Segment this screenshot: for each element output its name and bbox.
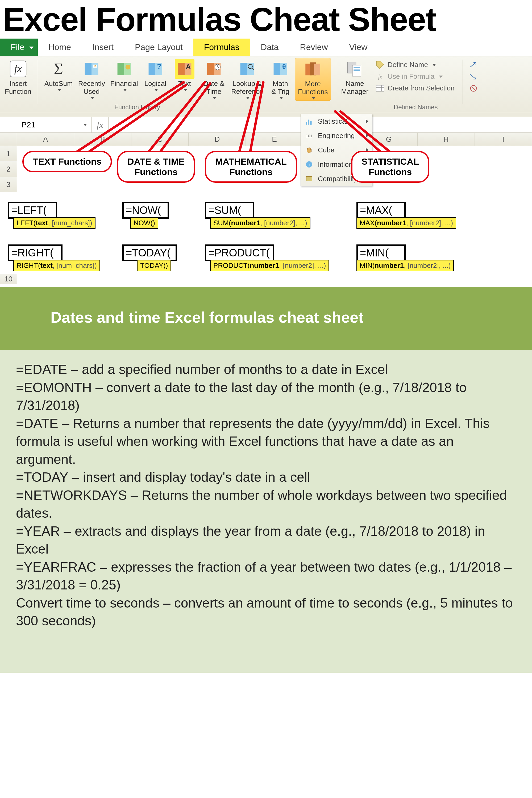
svg-text:θ: θ: [282, 63, 286, 70]
use-in-formula-label: Use in Formula: [387, 73, 434, 81]
formula-hint-product: PRODUCT(number1, [number2], ...): [210, 260, 329, 271]
tab-view[interactable]: View: [339, 39, 378, 56]
col-header[interactable]: H: [418, 133, 475, 146]
formula-desc: Convert time to seconds – converts an am…: [16, 594, 516, 630]
chart-icon: [305, 117, 314, 126]
col-header[interactable]: I: [475, 133, 532, 146]
recently-used-button[interactable]: Recently Used: [76, 58, 108, 99]
ribbon-tab-bar: File Home Insert Page Layout Formulas Da…: [0, 39, 532, 56]
chevron-down-icon: [123, 89, 127, 91]
formula-cell-max: =MAX(: [357, 202, 406, 218]
group-label-defined-names: Defined Names: [394, 103, 438, 111]
chevron-down-icon: [439, 76, 443, 78]
tab-insert[interactable]: Insert: [82, 39, 124, 56]
more-functions-label: More Functions: [298, 80, 328, 96]
svg-rect-19: [310, 121, 311, 125]
arrow-icon: [469, 60, 478, 70]
col-header[interactable]: A: [17, 133, 74, 146]
col-header[interactable]: D: [189, 133, 246, 146]
financial-button[interactable]: Financial: [108, 58, 141, 91]
fx-label[interactable]: fx: [92, 117, 109, 132]
tab-formulas[interactable]: Formulas: [193, 39, 250, 56]
remove-icon: [469, 83, 478, 93]
sigma-icon: Σ: [49, 59, 68, 79]
formula-cell-sum: =SUM(: [205, 202, 254, 218]
formula-hint-today: TODAY(): [137, 260, 171, 271]
date-time-label: Date & Time: [203, 80, 225, 96]
callout-mathematical-functions: MATHEMATICAL Functions: [205, 151, 297, 183]
math-trig-button[interactable]: θ Math & Trig: [266, 58, 295, 99]
tab-review[interactable]: Review: [289, 39, 339, 56]
name-box-value: P21: [21, 120, 35, 129]
dropdown-item-engineering[interactable]: 101 Engineering: [301, 129, 372, 143]
callout-statistical-functions: STATISTICAL Functions: [351, 151, 429, 183]
book-icon: ?: [146, 59, 165, 79]
binary-icon: 101: [305, 131, 314, 140]
dropdown-label: Statistical: [318, 117, 347, 126]
dropdown-label: Compatibility: [318, 175, 355, 183]
dropdown-label: Engineering: [318, 132, 355, 140]
page-title: Excel Formulas Cheat Sheet: [0, 0, 532, 39]
lookup-reference-label: Lookup & Reference: [231, 80, 263, 96]
use-in-formula-button[interactable]: fx Use in Formula: [373, 71, 456, 82]
formula-desc: =YEAR – extracts and displays the year f…: [16, 522, 516, 558]
formula-hint-min: MIN(number1, [number2], ...): [357, 260, 454, 271]
name-manager-button[interactable]: Name Manager: [339, 58, 371, 96]
select-all-corner[interactable]: [0, 133, 17, 146]
autosum-button[interactable]: Σ AutoSum: [42, 58, 76, 91]
chevron-down-icon: [432, 64, 436, 66]
formula-desc: =EDATE – add a specified number of month…: [16, 361, 516, 379]
chevron-down-icon: [57, 89, 61, 91]
insert-function-button[interactable]: fx Insert Function: [2, 58, 34, 96]
date-time-button[interactable]: Date & Time: [199, 58, 228, 99]
more-functions-button[interactable]: More Functions: [295, 58, 331, 101]
chevron-down-icon: [91, 97, 94, 99]
text-button[interactable]: A Text: [170, 58, 199, 91]
trace-icon-2[interactable]: [467, 71, 480, 82]
tag-icon: [375, 60, 385, 70]
trace-icon-1[interactable]: [467, 59, 480, 71]
define-name-label: Define Name: [387, 61, 428, 69]
dropdown-label: Information: [318, 160, 353, 169]
formula-desc: =TODAY – insert and display today's date…: [16, 469, 516, 487]
formula-hint-now: NOW(): [130, 217, 158, 229]
formula-desc: =NETWORKDAYS – Returns the number of who…: [16, 487, 516, 522]
col-header[interactable]: E: [246, 133, 303, 146]
book-icon: A: [175, 59, 194, 79]
col-header[interactable]: C: [131, 133, 189, 146]
name-manager-label: Name Manager: [341, 80, 369, 96]
row-header[interactable]: 1: [0, 146, 17, 162]
name-box[interactable]: P21: [17, 117, 92, 132]
book-icon: [114, 59, 134, 79]
formula-bar: P21 fx: [0, 117, 532, 133]
row-header-10[interactable]: 10: [0, 274, 17, 284]
dropdown-label: Cube: [318, 146, 334, 154]
col-header[interactable]: B: [74, 133, 131, 146]
row-header[interactable]: 2: [0, 162, 17, 177]
trace-icon-3[interactable]: [467, 82, 480, 94]
tab-data[interactable]: Data: [250, 39, 289, 56]
dropdown-item-statistical[interactable]: Statistical: [301, 114, 372, 129]
formula-hint-left: LEFT(text, [num_chars]): [13, 217, 95, 229]
tab-page-layout[interactable]: Page Layout: [124, 39, 193, 56]
book-icon: [82, 59, 101, 79]
logical-button[interactable]: ? Logical: [141, 58, 170, 91]
text-label: Text: [178, 80, 191, 88]
chevron-down-icon: [184, 89, 187, 91]
fx-icon: fx: [8, 59, 28, 79]
group-label-function-library: Function Library: [114, 103, 160, 111]
tab-file[interactable]: File: [0, 39, 38, 56]
define-name-button[interactable]: Define Name: [373, 59, 456, 71]
formula-desc: =DATE – Returns a number that represents…: [16, 415, 516, 469]
lookup-reference-button[interactable]: Lookup & Reference: [228, 58, 266, 99]
cube-icon: [305, 146, 314, 155]
chevron-down-icon: [154, 89, 158, 91]
formula-desc: =EOMONTH – convert a date to the last da…: [16, 379, 516, 415]
row-header[interactable]: 3: [0, 177, 17, 192]
chevron-down-icon: [83, 124, 87, 126]
create-from-selection-button[interactable]: Create from Selection: [373, 82, 456, 94]
tab-home[interactable]: Home: [38, 39, 82, 56]
compat-icon: [305, 174, 314, 183]
svg-rect-12: [354, 67, 360, 68]
math-trig-label: Math & Trig: [271, 80, 289, 96]
